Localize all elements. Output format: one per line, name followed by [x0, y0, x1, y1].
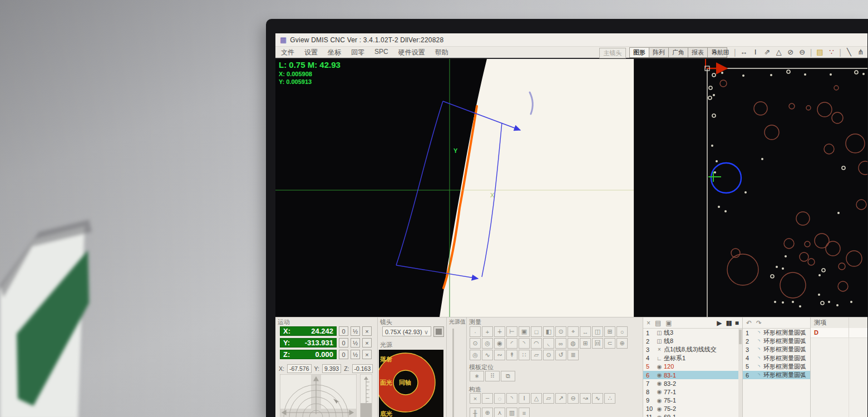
tool-icon[interactable]: ⊂: [604, 338, 615, 349]
tool-icon[interactable]: ⊙: [543, 350, 554, 360]
tool-icon[interactable]: ⌖: [568, 326, 579, 337]
cad-point[interactable]: [770, 74, 772, 76]
save-icon[interactable]: ▣: [665, 319, 672, 327]
tool-icon[interactable]: ◟: [543, 338, 554, 349]
arc-row[interactable]: 6◝环形框测量圆弧: [743, 371, 810, 379]
cad-point[interactable]: [785, 255, 787, 257]
tool-icon[interactable]: ↟: [506, 350, 517, 360]
v-distance-icon[interactable]: Ⅰ: [752, 47, 760, 57]
menu-item[interactable]: 帮助: [435, 48, 448, 57]
cad-point[interactable]: [782, 267, 784, 270]
tool-icon[interactable]: ▱: [531, 350, 542, 360]
tool-icon[interactable]: ┄: [482, 393, 493, 404]
feature-row[interactable]: 3×点1(线8,线3)线线交: [643, 345, 738, 354]
cad-point[interactable]: [836, 304, 839, 306]
cad-point[interactable]: [828, 301, 830, 303]
tool-icon[interactable]: ↺: [555, 350, 566, 360]
cad-point[interactable]: [862, 73, 865, 75]
cad-point[interactable]: [713, 94, 715, 96]
axis-clear-button[interactable]: ×: [362, 338, 372, 348]
tool-icon[interactable]: ▥: [506, 408, 517, 417]
tool-icon[interactable]: ⊞: [604, 326, 615, 337]
h-distance-icon[interactable]: ↔: [740, 47, 748, 57]
tool-icon[interactable]: ∙: [470, 326, 481, 337]
tool-icon[interactable]: ╫: [470, 408, 481, 417]
feature-row[interactable]: 10◉75-2: [643, 405, 738, 413]
tool-icon[interactable]: ⊢: [506, 326, 517, 337]
tool-icon[interactable]: ↔: [580, 326, 591, 337]
tool-icon[interactable]: ▱: [543, 393, 554, 404]
tool-icon[interactable]: 回: [592, 338, 603, 349]
menu-item[interactable]: 文件: [281, 48, 294, 57]
feature-row[interactable]: 2◫线8: [643, 337, 738, 345]
view-tab-阵列[interactable]: 阵列: [649, 47, 669, 58]
tool-icon[interactable]: ◌: [494, 393, 505, 404]
cad-point[interactable]: [818, 274, 821, 276]
cad-point[interactable]: [837, 212, 840, 214]
tool-icon[interactable]: ◎: [482, 338, 493, 349]
cad-point[interactable]: [711, 145, 713, 147]
axis-half-button[interactable]: ½: [351, 338, 360, 348]
tool-icon[interactable]: ○: [617, 326, 628, 337]
tool-icon[interactable]: +: [482, 326, 493, 337]
arc-row[interactable]: 5◝环形框测量圆弧: [743, 363, 810, 371]
cad-point[interactable]: [850, 301, 852, 303]
cad-point[interactable]: [818, 294, 820, 296]
tool-icon[interactable]: ⊙: [555, 326, 566, 337]
line-tool-icon[interactable]: ╲: [845, 47, 853, 57]
tool-icon[interactable]: ≡: [519, 408, 530, 417]
menu-item[interactable]: SPC: [374, 48, 388, 57]
grid-icon[interactable]: ⊞: [722, 47, 730, 57]
run-button[interactable]: ▶: [717, 319, 722, 327]
symmetry-icon[interactable]: ⋔: [857, 47, 865, 57]
tool-icon[interactable]: ⊕: [482, 408, 493, 417]
cad-point[interactable]: [776, 266, 778, 268]
cad-point[interactable]: [799, 305, 801, 307]
axis-zero-button[interactable]: 0: [339, 350, 348, 359]
arc-row[interactable]: 4◝环形框测量圆弧: [743, 354, 810, 363]
tool-icon[interactable]: □: [531, 326, 542, 337]
pause-button[interactable]: ▮▮: [726, 319, 731, 327]
feature-row[interactable]: 7◉83-2: [643, 379, 738, 388]
tool-icon[interactable]: ◉: [494, 338, 505, 349]
cad-point[interactable]: [714, 171, 716, 173]
layers-icon[interactable]: ▤: [816, 47, 823, 57]
tool-icon[interactable]: ◠: [531, 338, 542, 349]
tool-icon[interactable]: ◎: [470, 350, 481, 360]
tool-icon[interactable]: ∷: [519, 350, 530, 360]
cad-point[interactable]: [782, 301, 784, 304]
tool-icon[interactable]: ◧: [543, 326, 554, 337]
menu-item[interactable]: 硬件设置: [398, 48, 425, 57]
view-tab-报表[interactable]: 报表: [688, 47, 708, 58]
jog-pad[interactable]: [280, 374, 357, 417]
tool-icon[interactable]: ∞: [555, 338, 566, 349]
feature-list-scrollbar[interactable]: [738, 329, 742, 417]
cad-point[interactable]: [804, 73, 806, 76]
tool-icon[interactable]: ⊙: [470, 338, 481, 349]
feature-row[interactable]: 9◉75-1: [643, 396, 738, 405]
cad-point[interactable]: [774, 301, 776, 303]
feature-row[interactable]: 4∟坐标系1: [643, 354, 738, 363]
feature-row[interactable]: 5◉120: [643, 363, 738, 371]
circle-dist-icon[interactable]: ⊖: [798, 47, 806, 57]
lens-select[interactable]: 0.75X (42.93)∨: [382, 326, 431, 336]
light-label-coaxial[interactable]: 同轴: [399, 379, 411, 387]
tool-icon[interactable]: △: [531, 393, 542, 404]
cad-point[interactable]: [742, 75, 744, 77]
view-tab-图形[interactable]: 图形: [629, 47, 649, 58]
main-lens-button[interactable]: 主镜头: [599, 48, 626, 58]
light-label-surface[interactable]: 面光: [380, 379, 392, 387]
document-icon[interactable]: ▤: [655, 319, 661, 327]
arc-row[interactable]: 2◝环形框测量圆弧: [743, 337, 810, 345]
light-ring-control[interactable]: 落射 面光 同轴 底光: [379, 350, 443, 417]
tool-icon[interactable]: Ⅰ: [519, 393, 530, 404]
feature-row[interactable]: 11◉69-1: [643, 413, 738, 417]
arc-row[interactable]: 1◝环形框测量圆弧: [743, 329, 810, 337]
close-icon[interactable]: ×: [647, 319, 650, 327]
tool-icon[interactable]: ◜: [506, 338, 517, 349]
redo-icon[interactable]: ↷: [756, 319, 762, 327]
tool-icon[interactable]: ∴: [604, 393, 615, 404]
tool-icon[interactable]: ≣: [568, 350, 579, 360]
tool-icon[interactable]: ↗: [555, 393, 566, 404]
cad-point[interactable]: [744, 191, 747, 193]
